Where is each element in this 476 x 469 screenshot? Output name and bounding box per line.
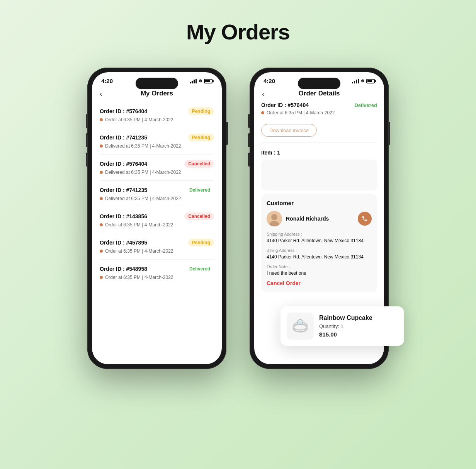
list-item[interactable]: Order ID : #143856 Cancelled Order at 6:… xyxy=(100,207,214,233)
list-item[interactable]: Order ID : #576404 Cancelled Delivered a… xyxy=(100,155,214,181)
detail-order-time: Order at 6:35 PM | 4-March-2022 xyxy=(267,110,335,116)
detail-order-id: Order ID : #576404 xyxy=(261,102,309,108)
order-note-block: Order Note : I need the best one xyxy=(267,264,372,277)
product-quantity: Quantity: 1 xyxy=(319,323,372,329)
battery-icon-2 xyxy=(366,79,375,83)
wifi-icon-1: ⊛ xyxy=(199,78,202,83)
status-badge: Cancelled xyxy=(184,212,214,220)
customer-row: Ronald Richards xyxy=(267,211,372,226)
phone-1-screen: 4:20 ⊛ ‹ My Orders xyxy=(92,72,222,364)
dot-icon xyxy=(100,118,103,121)
order-id: Order ID : #741235 xyxy=(100,134,147,141)
signal-icon-1 xyxy=(190,79,197,83)
floating-product-card: Rainbow Cupcake Quantity: 1 $15.00 xyxy=(280,306,404,346)
dot-icon xyxy=(100,171,103,174)
customer-section-label: Customer xyxy=(267,200,372,206)
status-badge: Cancelled xyxy=(184,160,214,168)
page-title: My Orders xyxy=(186,19,290,44)
back-button-1[interactable]: ‹ xyxy=(100,89,102,98)
list-item[interactable]: Order ID : #741235 Pending Delivered at … xyxy=(100,128,214,155)
detail-status-badge: Delivered xyxy=(354,102,377,108)
phone-1: 4:20 ⊛ ‹ My Orders xyxy=(87,68,226,369)
customer-name: Ronald Richards xyxy=(286,216,329,222)
status-badge: Delivered xyxy=(185,265,214,273)
cancel-order-button[interactable]: Cancel Order xyxy=(267,280,372,286)
customer-info: Ronald Richards xyxy=(267,211,329,226)
order-id: Order ID : #143856 xyxy=(100,213,147,219)
order-time-text: Order at 6:35 PM | 4-March-2022 xyxy=(105,275,173,280)
list-item[interactable]: Order ID : #548958 Delivered Order at 6:… xyxy=(100,260,214,285)
order-time-text: Order at 6:35 PM | 4-March-2022 xyxy=(105,222,173,228)
orders-list[interactable]: Order ID : #576404 Pending Order at 6:35… xyxy=(92,102,222,364)
status-icons-2: ⊛ xyxy=(352,78,375,83)
dynamic-island-2 xyxy=(298,78,340,89)
dot-icon xyxy=(261,111,264,114)
billing-address: 4140 Parker Rd. Allentown, New Mexico 31… xyxy=(267,254,372,260)
status-badge: Pending xyxy=(188,239,214,246)
order-id: Order ID : #741235 xyxy=(100,187,147,193)
nav-title-1: My Orders xyxy=(141,90,173,97)
order-id: Order ID : #548958 xyxy=(100,266,147,272)
order-detail-header: Order ID : #576404 Delivered Order at 6:… xyxy=(261,102,377,143)
order-time-text: Delivered at 6:35 PM | 4-March-2022 xyxy=(105,196,181,201)
back-button-2[interactable]: ‹ xyxy=(262,89,265,98)
product-name: Rainbow Cupcake xyxy=(319,314,372,321)
order-note-label: Order Note : xyxy=(267,264,372,269)
order-note-value: I need the best one xyxy=(267,270,372,277)
call-button[interactable] xyxy=(358,212,372,226)
product-info: Rainbow Cupcake Quantity: 1 $15.00 xyxy=(319,314,372,338)
dot-icon xyxy=(100,276,103,279)
shipping-address: 4140 Parker Rd. Allentown, New Mexico 31… xyxy=(267,238,372,244)
download-invoice-button[interactable]: Download invoice xyxy=(261,124,317,137)
status-icons-1: ⊛ xyxy=(190,78,212,83)
customer-section: Customer Ronald Richards xyxy=(261,194,377,292)
product-image xyxy=(287,313,314,340)
order-time-text: Order at 6:35 PM | 4-March-2022 xyxy=(105,117,173,122)
avatar xyxy=(267,211,282,226)
list-item[interactable]: Order ID : #457895 Pending Order at 6:35… xyxy=(100,233,214,260)
battery-icon-1 xyxy=(204,79,212,83)
order-id: Order ID : #576404 xyxy=(100,108,147,114)
signal-icon-2 xyxy=(352,79,359,83)
status-badge: Pending xyxy=(188,134,214,141)
wifi-icon-2: ⊛ xyxy=(361,78,364,83)
shipping-address-block: Shipping Address : 4140 Parker Rd. Allen… xyxy=(267,232,372,244)
order-time-text: Delivered at 6:35 PM | 4-March-2022 xyxy=(105,143,181,149)
status-time-1: 4:20 xyxy=(101,78,113,84)
billing-address-block: Billing Address : 4140 Parker Rd. Allent… xyxy=(267,248,372,260)
status-badge: Pending xyxy=(188,107,214,115)
item-section: Item : 1 xyxy=(261,148,377,190)
status-time-2: 4:20 xyxy=(264,78,275,84)
phone-2: 4:20 ⊛ ‹ Order Details xyxy=(250,68,389,369)
nav-title-2: Order Details xyxy=(299,90,340,97)
list-item[interactable]: Order ID : #576404 Pending Order at 6:35… xyxy=(100,102,214,128)
dot-icon xyxy=(100,144,103,148)
dot-icon xyxy=(100,223,103,226)
order-id: Order ID : #457895 xyxy=(100,240,147,246)
phones-container: 4:20 ⊛ ‹ My Orders xyxy=(87,68,389,369)
shipping-label: Shipping Address : xyxy=(267,232,372,236)
dynamic-island-1 xyxy=(136,78,178,89)
product-price: $15.00 xyxy=(319,331,372,338)
dot-icon xyxy=(100,250,103,253)
billing-label: Billing Address : xyxy=(267,248,372,253)
order-id: Order ID : #576404 xyxy=(100,161,147,167)
item-section-label: Item : 1 xyxy=(261,148,377,156)
order-time-text: Order at 6:35 PM | 4-March-2022 xyxy=(105,248,173,254)
dot-icon xyxy=(100,197,103,200)
order-time-text: Delivered at 6:35 PM | 4-March-2022 xyxy=(105,170,181,175)
svg-point-1 xyxy=(271,214,277,220)
status-badge: Delivered xyxy=(185,186,214,194)
list-item[interactable]: Order ID : #741235 Delivered Delivered a… xyxy=(100,181,214,207)
